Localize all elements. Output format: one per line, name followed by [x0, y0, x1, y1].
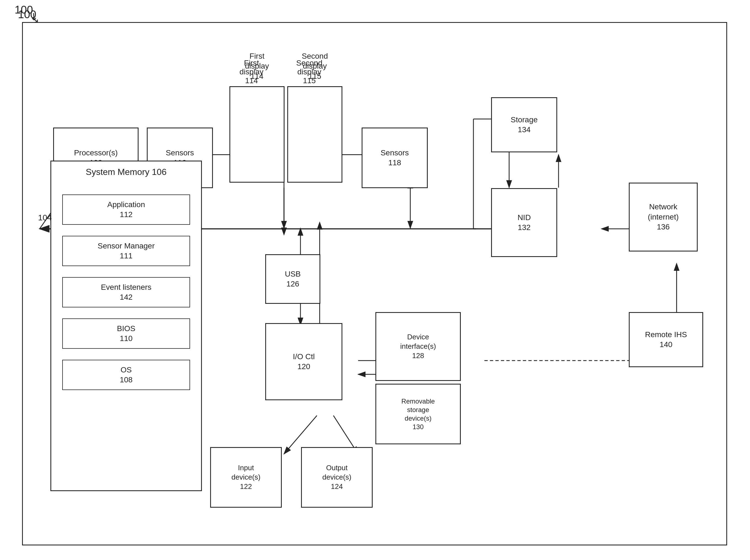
- sensor-manager-label: Sensor Manager 111: [98, 241, 155, 261]
- first-display-box: First display 114: [229, 86, 285, 183]
- network-box: Network (internet) 136: [629, 183, 698, 252]
- outer-100-arrow: ↘: [31, 14, 39, 25]
- sensors118-box: Sensors 118: [362, 127, 428, 188]
- io-ctl-box: I/O Ctl 120: [265, 323, 342, 400]
- diagram-container: 100 ↘: [22, 22, 727, 545]
- removable-storage-label: Removable storage device(s) 130: [401, 397, 434, 432]
- io-ctl-label: I/O Ctl 120: [293, 352, 315, 372]
- event-listeners-box: Event listeners 142: [62, 277, 190, 307]
- input-devices-label: Input device(s) 122: [231, 463, 260, 491]
- nid-box: NID 132: [491, 188, 557, 257]
- os-box: OS 108: [62, 360, 190, 390]
- second-display-box: Second display 115: [287, 86, 342, 183]
- storage-label: Storage 134: [511, 115, 538, 135]
- nid-label: NID 132: [518, 213, 531, 233]
- application-box: Application 112: [62, 195, 190, 225]
- output-devices-label: Output device(s) 124: [322, 463, 351, 491]
- event-listeners-label: Event listeners 142: [101, 282, 151, 302]
- removable-storage-box: Removable storage device(s) 130: [376, 384, 461, 444]
- usb-box: USB 126: [265, 254, 320, 304]
- first-display-top-label: Firstdisplay114: [224, 59, 279, 85]
- sensor-manager-box: Sensor Manager 111: [62, 236, 190, 266]
- application-label: Application 112: [107, 200, 145, 220]
- bios-label: BIOS 110: [117, 324, 136, 344]
- bios-box: BIOS 110: [62, 318, 190, 349]
- input-devices-box: Input device(s) 122: [210, 447, 282, 508]
- remote-ihs-label: Remote IHS 140: [645, 330, 687, 350]
- system-memory-label: System Memory 106: [51, 167, 201, 177]
- output-devices-box: Output device(s) 124: [301, 447, 373, 508]
- device-interface-label: Device interface(s) 128: [400, 333, 436, 360]
- os-label: OS 108: [120, 365, 133, 385]
- second-display-top-label: Seconddisplay115: [282, 59, 337, 85]
- ref-104-label: 104: [38, 213, 52, 222]
- storage-box: Storage 134: [491, 97, 557, 152]
- sensors118-label: Sensors 118: [381, 148, 409, 168]
- usb-label: USB 126: [285, 269, 301, 289]
- system-memory-box: System Memory 106 Application 112 Sensor…: [50, 161, 202, 491]
- remote-ihs-box: Remote IHS 140: [629, 312, 703, 367]
- device-interface-box: Device interface(s) 128: [376, 312, 461, 381]
- network-label: Network (internet) 136: [648, 202, 679, 232]
